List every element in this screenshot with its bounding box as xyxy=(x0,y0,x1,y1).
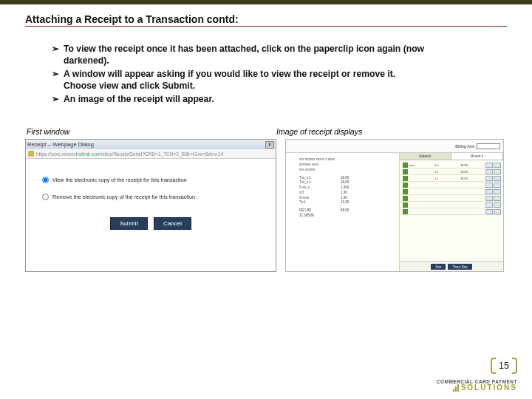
page-number: 15 xyxy=(494,358,514,374)
row-icon xyxy=(403,196,408,201)
receipt-image-view: Billing Amt xxx xxxxxx xxxxx x xxxx xxxx… xyxy=(285,139,504,272)
dropdown-cell[interactable] xyxy=(494,209,501,214)
grid-button-2[interactable]: Txxx Xxx xyxy=(448,264,471,270)
bullet-item: To view the receipt once it has been att… xyxy=(52,43,429,67)
dropdown-cell[interactable] xyxy=(494,202,501,208)
table-row xyxy=(401,182,502,188)
row-icon xyxy=(403,209,408,214)
dropdown-cell[interactable] xyxy=(485,183,493,188)
option-view-label: View the electronic copy of the receipt … xyxy=(52,177,187,183)
close-icon[interactable]: × xyxy=(265,141,274,149)
billing-label: Billing Amt xyxy=(455,144,474,149)
bullet-item: An image of the receipt will appear. xyxy=(52,93,429,105)
dropdown-cell[interactable] xyxy=(494,196,501,201)
option-remove-label: Remove the electronic copy of the receip… xyxy=(52,194,197,200)
receipt-text: xxx xxxxxx xxxxx x xxxx xxxxxxx xxxx xxx… xyxy=(286,153,399,271)
caption-first-window: First window xyxy=(25,127,276,136)
row-icon xyxy=(403,189,408,194)
dropdown-cell[interactable] xyxy=(494,176,501,181)
dropdown-cell[interactable] xyxy=(485,202,493,208)
table-row xyxy=(401,208,502,215)
dropdown-cell[interactable] xyxy=(494,183,501,188)
row-icon xyxy=(403,183,408,188)
dialog-title: Receipt -- Webpage Dialog xyxy=(27,141,265,148)
option-remove-receipt[interactable]: Remove the electronic copy of the receip… xyxy=(42,194,259,200)
cancel-button[interactable]: Cancel xyxy=(154,217,191,230)
row-icon xyxy=(403,176,408,181)
receipt-dialog: Receipt -- Webpage Dialog × https://cxxx… xyxy=(25,139,276,272)
table-row: 1.x18.00 xyxy=(401,168,502,175)
dropdown-cell[interactable] xyxy=(485,189,493,194)
radio-remove[interactable] xyxy=(42,194,49,200)
dropdown-cell[interactable] xyxy=(485,196,493,201)
brand-footer: COMMERCIAL CARD PAYMENT SOLUTIONS xyxy=(437,380,517,392)
row-icon xyxy=(403,169,408,174)
tab-receipt[interactable]: Rxxxxt x xyxy=(451,153,503,160)
dialog-titlebar: Receipt -- Webpage Dialog × xyxy=(26,140,276,149)
dropdown-cell[interactable] xyxy=(494,163,501,168)
table-row xyxy=(401,195,502,202)
table-row xyxy=(401,202,502,208)
billing-select[interactable] xyxy=(477,143,500,149)
dropdown-cell[interactable] xyxy=(494,169,501,174)
row-icon xyxy=(403,163,408,168)
bullet-list: To view the receipt once it has been att… xyxy=(52,43,507,105)
radio-view[interactable] xyxy=(42,177,49,183)
dropdown-cell[interactable] xyxy=(485,209,493,214)
submit-button[interactable]: Submit xyxy=(110,217,148,230)
lock-icon xyxy=(28,151,34,157)
row-icon xyxy=(403,202,408,208)
dialog-address-bar: https://cxxx.xxxxxxfrstbnk.com/xbcx/Rece… xyxy=(26,149,276,159)
dropdown-cell[interactable] xyxy=(485,176,493,181)
bullet-item: A window will appear asking if you would… xyxy=(52,68,429,92)
dropdown-cell[interactable] xyxy=(494,189,501,194)
caption-image-receipt: Image of receipt displays xyxy=(276,127,362,136)
dropdown-cell[interactable] xyxy=(485,163,493,168)
page-title: Attaching a Receipt to a Transaction con… xyxy=(25,13,507,27)
table-row: xxxx1.x:18.00 xyxy=(401,162,502,168)
allocation-grid: xxxx1.x:18.001.x18.001.x18.00 xyxy=(400,160,503,261)
dropdown-cell[interactable] xyxy=(485,169,493,174)
grid-button-1[interactable]: Xxx xyxy=(431,264,446,270)
table-row xyxy=(401,188,502,195)
tab-data[interactable]: Dataxxx xyxy=(400,153,451,160)
table-row: 1.x18.00 xyxy=(401,175,502,182)
option-view-receipt[interactable]: View the electronic copy of the receipt … xyxy=(42,177,259,183)
